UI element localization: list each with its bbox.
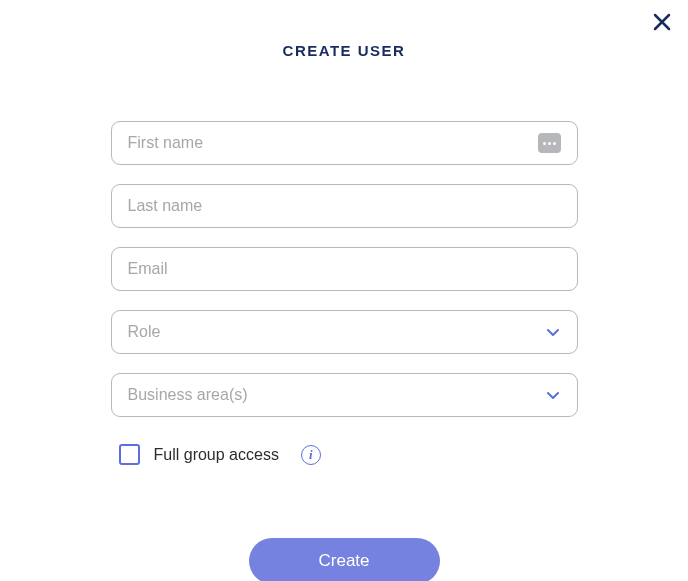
create-user-form: Role Business area(s) Full group access … — [111, 121, 578, 581]
business-areas-placeholder: Business area(s) — [128, 386, 545, 404]
email-field-wrapper — [111, 247, 578, 291]
info-icon[interactable]: i — [301, 445, 321, 465]
business-areas-select[interactable]: Business area(s) — [111, 373, 578, 417]
first-name-field-wrapper — [111, 121, 578, 165]
full-group-access-checkbox[interactable] — [119, 444, 140, 465]
close-button[interactable] — [650, 10, 674, 34]
first-name-input[interactable] — [128, 134, 538, 152]
create-button[interactable]: Create — [249, 538, 440, 581]
modal-title: CREATE USER — [0, 42, 688, 59]
email-input[interactable] — [128, 260, 561, 278]
role-select[interactable]: Role — [111, 310, 578, 354]
last-name-input[interactable] — [128, 197, 561, 215]
full-group-access-label: Full group access — [154, 446, 279, 464]
role-placeholder: Role — [128, 323, 545, 341]
last-name-field-wrapper — [111, 184, 578, 228]
full-group-access-row: Full group access i — [119, 444, 578, 465]
close-icon — [652, 12, 672, 32]
autofill-icon[interactable] — [538, 133, 561, 153]
chevron-down-icon — [545, 387, 561, 403]
chevron-down-icon — [545, 324, 561, 340]
